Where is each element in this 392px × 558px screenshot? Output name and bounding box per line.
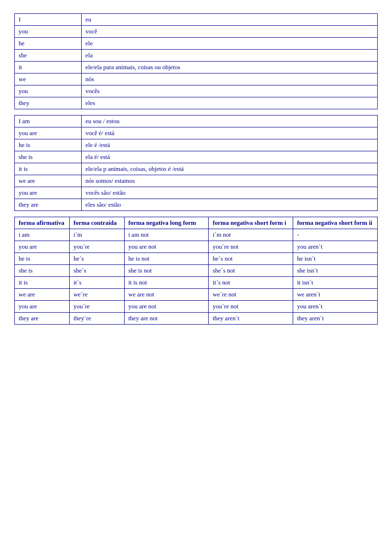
table-row: we are we´re we are not we´re not we are… — [15, 289, 378, 301]
aff-pt: ele/ela p animais, coisas, objetos é /es… — [82, 163, 378, 175]
form-contr: he´s — [69, 253, 124, 265]
aff-pt: ele é /está — [82, 139, 378, 151]
form-contr: i´m — [69, 229, 124, 241]
aff-pt: você é/ está — [82, 127, 378, 139]
table-row: I am eu sou / estou — [15, 116, 378, 127]
pronoun-en: I — [15, 14, 82, 26]
aff-en: he is — [15, 139, 82, 151]
form-short-ii: - — [293, 229, 378, 241]
aff-pt: ela é/ está — [82, 151, 378, 163]
form-short-i: i´m not — [209, 229, 293, 241]
table-row: you are vocês são/ estão — [15, 187, 378, 199]
pronoun-pt: ele — [82, 38, 378, 50]
pronoun-en: he — [15, 38, 82, 50]
form-short-i: we´re not — [209, 289, 293, 301]
pronoun-en: you — [15, 26, 82, 38]
form-aff: she is — [15, 265, 70, 277]
form-contr: you´re — [69, 301, 124, 313]
form-aff: we are — [15, 289, 70, 301]
aff-en: they are — [15, 199, 82, 211]
aff-pt: eles são/ estão — [82, 199, 378, 211]
forms-header-cell: forma afirmativa — [15, 217, 70, 229]
table-row: you are you´re you are not you´re not yo… — [15, 241, 378, 253]
pronoun-en: we — [15, 74, 82, 85]
form-contr: we´re — [69, 289, 124, 301]
table-row: you vocês — [15, 85, 378, 97]
table-row: they are eles são/ estão — [15, 199, 378, 211]
affirmative-table: I am eu sou / estou you are você é/ está… — [14, 115, 378, 211]
table-row: he is he´s he is not he´s not he isn´t — [15, 253, 378, 265]
form-short-i: it´s not — [209, 277, 293, 289]
form-short-i: he´s not — [209, 253, 293, 265]
form-aff: it is — [15, 277, 70, 289]
pronoun-en: they — [15, 97, 82, 109]
pronoun-pt: ela — [82, 50, 378, 62]
form-neg-long: you are not — [124, 241, 209, 253]
form-short-i: she´s not — [209, 265, 293, 277]
aff-en: I am — [15, 116, 82, 127]
forms-header-cell: forma negativa short form i — [209, 217, 293, 229]
form-aff: you are — [15, 301, 70, 313]
table-row: I eu — [15, 14, 378, 26]
table-row: we nós — [15, 74, 378, 85]
form-neg-long: they are not — [124, 313, 209, 325]
pronoun-pt: você — [82, 26, 378, 38]
table-row: you are você é/ está — [15, 127, 378, 139]
table-row: it ele/ela para animais, coisas ou objet… — [15, 62, 378, 74]
pronoun-en: she — [15, 50, 82, 62]
aff-en: it is — [15, 163, 82, 175]
table-row: it is ele/ela p animais, coisas, objetos… — [15, 163, 378, 175]
form-neg-long: she is not — [124, 265, 209, 277]
pronouns-table: I eu you você he ele she ela it ele/ela … — [14, 13, 378, 109]
table-row: he ele — [15, 38, 378, 50]
pronoun-pt: ele/ela para animais, coisas ou objetos — [82, 62, 378, 74]
table-row: she ela — [15, 50, 378, 62]
form-short-i: you´re not — [209, 301, 293, 313]
form-short-ii: they aren´t — [293, 313, 378, 325]
form-neg-long: you are not — [124, 301, 209, 313]
form-aff: you are — [15, 241, 70, 253]
form-short-i: they aren´t — [209, 313, 293, 325]
form-aff: i am — [15, 229, 70, 241]
table-row: you você — [15, 26, 378, 38]
form-neg-long: we are not — [124, 289, 209, 301]
form-neg-long: it is not — [124, 277, 209, 289]
table-row: it is it´s it is not it´s not it isn´t — [15, 277, 378, 289]
form-contr: you´re — [69, 241, 124, 253]
form-short-i: you´re not — [209, 241, 293, 253]
table-row: i am i´m i am not i´m not - — [15, 229, 378, 241]
table-row: you are you´re you are not you´re not yo… — [15, 301, 378, 313]
aff-en: she is — [15, 151, 82, 163]
form-short-ii: it isn´t — [293, 277, 378, 289]
form-short-ii: you aren´t — [293, 241, 378, 253]
form-contr: they´re — [69, 313, 124, 325]
aff-pt: eu sou / estou — [82, 116, 378, 127]
pronoun-pt: eu — [82, 14, 378, 26]
form-contr: she´s — [69, 265, 124, 277]
pronoun-pt: eles — [82, 97, 378, 109]
forms-header-cell: forma negativa short form ii — [293, 217, 378, 229]
form-short-ii: she isn´t — [293, 265, 378, 277]
table-row: they are they´re they are not they aren´… — [15, 313, 378, 325]
pronoun-en: it — [15, 62, 82, 74]
aff-pt: nós somos/ estamos — [82, 175, 378, 187]
aff-pt: vocês são/ estão — [82, 187, 378, 199]
forms-table: forma afirmativaforma contraídaforma neg… — [14, 217, 378, 325]
table-row: we are nós somos/ estamos — [15, 175, 378, 187]
form-aff: he is — [15, 253, 70, 265]
pronoun-pt: nós — [82, 74, 378, 85]
table-row: he is ele é /está — [15, 139, 378, 151]
table-row: she is ela é/ está — [15, 151, 378, 163]
form-short-ii: you aren´t — [293, 301, 378, 313]
form-short-ii: he isn´t — [293, 253, 378, 265]
forms-header-cell: forma negativa long form — [124, 217, 209, 229]
aff-en: you are — [15, 187, 82, 199]
pronoun-pt: vocês — [82, 85, 378, 97]
table-row: they eles — [15, 97, 378, 109]
form-contr: it´s — [69, 277, 124, 289]
form-aff: they are — [15, 313, 70, 325]
aff-en: you are — [15, 127, 82, 139]
form-short-ii: we aren´t — [293, 289, 378, 301]
forms-header-cell: forma contraída — [69, 217, 124, 229]
form-neg-long: he is not — [124, 253, 209, 265]
